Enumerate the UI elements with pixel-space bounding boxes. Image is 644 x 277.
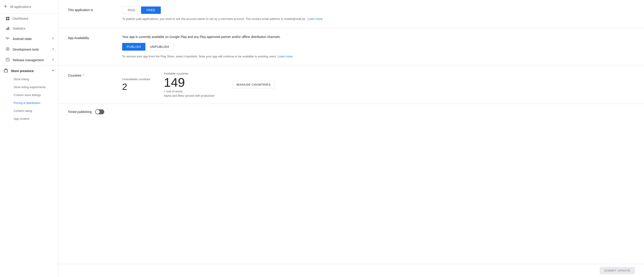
dev-tools-label: Development tools <box>13 48 39 51</box>
countries-stats-row: Unavailable countries 2 Available countr… <box>122 72 635 97</box>
svg-rect-4 <box>6 28 7 30</box>
nav-pricing-distribution[interactable]: Pricing & distribution <box>0 99 58 107</box>
store-listing-exp-label: Store listing experiments <box>14 85 46 89</box>
available-count: 149 <box>164 76 214 89</box>
countries-content: Unavailable countries 2 Available countr… <box>122 72 635 97</box>
dashboard-label: Dashboard <box>13 17 28 20</box>
page-wrapper: This application is PAID FREE To publish… <box>59 0 644 277</box>
nav-dev-tools[interactable]: Development tools <box>0 44 58 55</box>
nav-statistics[interactable]: Statistics <box>0 23 58 33</box>
store-presence-label: Store presence <box>11 69 34 73</box>
store-bag-icon <box>4 68 8 73</box>
nav-store-listing[interactable]: Store listing <box>0 75 58 83</box>
svg-rect-2 <box>6 19 8 20</box>
countries-label-text: Countries <box>68 74 82 77</box>
android-vitals-label: Android vitals <box>13 37 32 41</box>
countries-row: Countries * Unavailable countries 2 Avai… <box>68 72 635 97</box>
pricing-row: This application is PAID FREE To publish… <box>68 6 635 21</box>
paid-button[interactable]: PAID <box>122 6 141 14</box>
svg-rect-10 <box>4 70 8 72</box>
availability-content: Your app is currently available on Googl… <box>122 34 635 59</box>
timed-publishing-toggle[interactable] <box>95 109 104 114</box>
timed-publishing-section: Timed publishing <box>59 104 644 120</box>
release-mgmt-icon <box>6 57 10 63</box>
pricing-label: Pricing & distribution <box>14 101 40 105</box>
sidebar: All applications Dashboard Statistics <box>0 0 59 277</box>
required-asterisk: * <box>83 74 84 77</box>
release-mgmt-label: Release management <box>13 58 44 62</box>
app-content-label: App content <box>14 117 29 120</box>
pricing-info-text: To publish paid applications, you need t… <box>122 17 307 20</box>
content-rating-label: Content rating <box>14 109 32 112</box>
nav-dashboard[interactable]: Dashboard <box>0 13 58 23</box>
content-area: This application is PAID FREE To publish… <box>59 0 644 277</box>
svg-rect-5 <box>7 27 8 30</box>
svg-rect-6 <box>8 27 9 30</box>
chevron-right-icon3 <box>51 58 55 62</box>
store-presence-section: Store presence Store listing Store listi… <box>0 65 58 123</box>
svg-point-8 <box>7 48 8 50</box>
store-listing-label: Store listing <box>14 77 29 81</box>
statistics-label: Statistics <box>13 27 25 30</box>
pricing-section: This application is PAID FREE To publish… <box>59 0 644 28</box>
android-vitals-icon <box>6 36 10 41</box>
unavailable-count: 2 <box>122 82 150 92</box>
free-button[interactable]: FREE <box>141 6 161 14</box>
availability-row: App Availability Your app is currently a… <box>68 34 635 59</box>
unpublish-button[interactable]: UNPUBLISH <box>146 43 174 51</box>
dashboard-icon <box>6 16 10 21</box>
svg-rect-3 <box>8 19 10 20</box>
custom-store-label: Custom store listings <box>14 93 41 97</box>
back-label: All applications <box>10 5 31 8</box>
nav-app-content[interactable]: App content <box>0 115 58 123</box>
back-link[interactable]: All applications <box>4 3 55 10</box>
pricing-content: PAID FREE To publish paid applications, … <box>122 6 635 21</box>
availability-section: App Availability Your app is currently a… <box>59 28 644 65</box>
availability-info-text: To remove your app from the Play Store, … <box>122 55 277 58</box>
availability-info: To remove your app from the Play Store, … <box>122 54 635 59</box>
chevron-right-icon2 <box>51 47 55 51</box>
availability-description: Your app is currently available on Googl… <box>122 34 635 39</box>
timed-publishing-label: Timed publishing <box>68 110 92 114</box>
footer-bar: SUBMIT UPDATE <box>59 264 644 277</box>
manage-countries-button[interactable]: MANAGE COUNTRIES <box>233 81 274 88</box>
pricing-learn-more[interactable]: Learn more <box>308 17 322 20</box>
nav-store-listing-experiments[interactable]: Store listing experiments <box>0 83 58 91</box>
chevron-right-icon <box>51 37 55 41</box>
available-countries-stat: Available countries 149 + rest of world … <box>164 72 214 97</box>
nav-release-mgmt[interactable]: Release management <box>0 55 58 65</box>
synced-text: Alpha and Beta synced with production <box>164 94 214 97</box>
back-arrow-icon <box>4 4 8 9</box>
pricing-info: To publish paid applications, you need t… <box>122 17 635 21</box>
nav-custom-store-listings[interactable]: Custom store listings <box>0 91 58 99</box>
sidebar-top: All applications <box>0 0 58 13</box>
nav-content-rating[interactable]: Content rating <box>0 107 58 115</box>
store-presence-header[interactable]: Store presence <box>0 65 58 75</box>
availability-section-label: App Availability <box>68 34 113 40</box>
dev-tools-icon <box>6 47 10 52</box>
submit-update-button[interactable]: SUBMIT UPDATE <box>600 267 635 274</box>
unavailable-countries-stat: Unavailable countries 2 <box>122 77 150 92</box>
availability-learn-more[interactable]: Learn more <box>278 55 292 58</box>
svg-rect-0 <box>6 17 8 18</box>
pricing-section-label: This application is <box>68 6 113 12</box>
countries-section: Countries * Unavailable countries 2 Avai… <box>59 65 644 104</box>
rest-of-world: + rest of world <box>164 90 214 93</box>
countries-section-label: Countries * <box>68 72 113 77</box>
svg-rect-1 <box>8 17 10 18</box>
available-label: Available countries <box>164 72 214 75</box>
publish-button[interactable]: PUBLISH <box>122 43 146 51</box>
nav-android-vitals[interactable]: Android vitals <box>0 33 58 44</box>
chevron-down-icon <box>51 69 55 73</box>
unavailable-label: Unavailable countries <box>122 77 150 81</box>
paid-free-toggle: PAID FREE <box>122 6 161 14</box>
statistics-icon <box>6 26 10 31</box>
publish-unpublish-group: PUBLISH UNPUBLISH <box>122 43 635 51</box>
